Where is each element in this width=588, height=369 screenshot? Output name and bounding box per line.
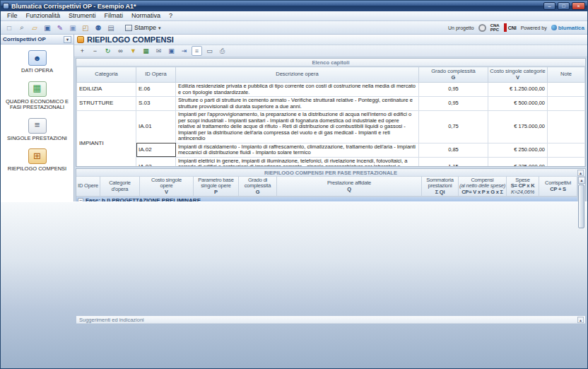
table-row[interactable]: IA.02Impianti di riscaldamento - Impiant… bbox=[77, 143, 585, 157]
save-icon[interactable]: ▣ bbox=[42, 23, 53, 33]
sidebar-item-label: QUADRO ECONOMICO E FASI PRESTAZIONALI bbox=[2, 99, 72, 111]
search-icon[interactable]: ⌕ bbox=[16, 23, 28, 33]
column-header: Categoried'opera bbox=[100, 177, 140, 196]
collapse-all-icon[interactable]: − bbox=[90, 46, 100, 56]
row-view-icon[interactable]: ≡ bbox=[192, 46, 202, 56]
cni-mark-icon bbox=[504, 23, 507, 32]
scroll-up-icon[interactable] bbox=[578, 177, 585, 184]
suggerimenti-title: Suggerimenti ed indicazioni bbox=[79, 317, 144, 323]
filter-icon[interactable]: ▼ bbox=[128, 46, 139, 56]
chevron-down-icon[interactable] bbox=[64, 36, 71, 43]
archive-icon[interactable]: ◰ bbox=[80, 23, 91, 33]
note-cell bbox=[548, 143, 585, 157]
print-icon[interactable]: ⎙ bbox=[217, 46, 228, 56]
table-row[interactable]: IMPIANTIIA.01Impianti per l'approvvigion… bbox=[77, 111, 585, 144]
open-folder-icon[interactable]: ▱ bbox=[29, 23, 40, 33]
minimize-button[interactable] bbox=[543, 2, 555, 10]
chevron-down-icon bbox=[158, 24, 161, 31]
suggerimenti-header: Suggerimenti ed indicazioni bbox=[76, 316, 585, 324]
sidebar-item-quadro[interactable]: ▦QUADRO ECONOMICO E FASI PRESTAZIONALI bbox=[1, 76, 74, 112]
refresh-icon[interactable]: ↻ bbox=[102, 46, 113, 56]
menu-item-funzionalita[interactable]: Funzionalità bbox=[22, 11, 65, 20]
costo-cell: € 250.000,00 bbox=[488, 143, 548, 157]
grado-cell: 0,95 bbox=[419, 83, 488, 97]
id-opera-cell[interactable]: E.06 bbox=[136, 83, 176, 97]
new-document-icon[interactable]: □ bbox=[4, 23, 15, 33]
menu-item-help[interactable]: ? bbox=[165, 11, 177, 20]
grado-cell: 1,15 bbox=[419, 157, 488, 167]
stampe-button[interactable]: Stampe bbox=[121, 23, 165, 33]
column-header: Note bbox=[548, 67, 585, 83]
grado-cell: 0,95 bbox=[419, 97, 488, 111]
mail-icon[interactable]: ✉ bbox=[153, 46, 164, 56]
branding-area: Un progetto CNA PPC CNI Powered by bluma… bbox=[448, 23, 584, 32]
column-header: ID Opere bbox=[76, 177, 100, 196]
vertical-scrollbar[interactable] bbox=[577, 177, 585, 313]
spreadsheet-icon: ▦ bbox=[28, 81, 47, 97]
column-header: Grado complessitàG bbox=[419, 67, 488, 83]
expand-all-icon[interactable]: + bbox=[77, 46, 88, 56]
descrizione-cell: Edilizia residenziale privata e pubblica… bbox=[176, 83, 419, 97]
menu-item-file[interactable]: File bbox=[3, 11, 22, 20]
powered-by-label: Powered by bbox=[521, 25, 547, 30]
page-title-bar: RIEPILOGO COMPENSI bbox=[74, 35, 587, 45]
close-button[interactable] bbox=[572, 2, 585, 10]
collapse-panel-icon[interactable] bbox=[577, 317, 584, 323]
sidebar-item-label: RIEPILOGO COMPENSI bbox=[8, 166, 66, 172]
collapse-panel-icon[interactable] bbox=[577, 170, 584, 176]
emblem-logo bbox=[478, 24, 486, 32]
find-icon[interactable]: ∞ bbox=[115, 46, 126, 56]
export-icon[interactable]: ⇥ bbox=[179, 46, 189, 56]
save-as-icon[interactable]: ▣ bbox=[67, 23, 78, 33]
menu-item-normativa[interactable]: Normativa bbox=[127, 11, 165, 20]
menu-item-strumenti[interactable]: Strumenti bbox=[64, 11, 100, 20]
column-header: Compensi(al netto delle spese)CP= V x P … bbox=[459, 177, 507, 196]
sidebar: Corrispettivi OP ☻DATI OPERA▦QUADRO ECON… bbox=[1, 35, 74, 201]
fasi-caption: RIEPILOGO COMPENSI PER FASE PRESTAZIONAL… bbox=[76, 169, 585, 177]
export-excel-icon[interactable]: ▦ bbox=[141, 46, 151, 56]
un-progetto-label: Un progetto bbox=[448, 25, 474, 30]
sidebar-item-singole[interactable]: ≡SINGOLE PRESTAZIONI bbox=[1, 112, 74, 144]
form-icon bbox=[77, 36, 84, 43]
save-grid-icon[interactable]: ▣ bbox=[166, 46, 177, 56]
column-header: ID Opera bbox=[136, 67, 176, 83]
menu-item-filmati[interactable]: Filmati bbox=[100, 11, 128, 20]
sidebar-item-label: SINGOLE PRESTAZIONI bbox=[7, 136, 67, 142]
status-bar bbox=[1, 201, 587, 369]
scrollbar-track[interactable] bbox=[578, 184, 585, 306]
stampe-label: Stampe bbox=[134, 24, 156, 31]
column-header: Costo singole categorieV bbox=[488, 67, 548, 83]
scrollbar-thumb[interactable] bbox=[578, 184, 584, 228]
note-cell bbox=[548, 111, 585, 144]
categoria-cell: IMPIANTI bbox=[77, 111, 136, 168]
id-opera-cell[interactable]: IA.01 bbox=[136, 111, 176, 144]
grado-cell: 0,75 bbox=[419, 111, 488, 144]
costo-cell: € 500.000,00 bbox=[488, 97, 548, 111]
cni-label: CNI bbox=[508, 25, 517, 30]
edit-icon[interactable]: ✎ bbox=[54, 23, 66, 33]
id-opera-cell[interactable]: IA.02 bbox=[136, 143, 176, 157]
table-row[interactable]: IA.03Impianti elettrici in genere, impia… bbox=[77, 157, 585, 167]
preview-icon[interactable]: ▭ bbox=[204, 46, 215, 56]
table-row[interactable]: STRUTTURES.03Strutture o parti di strutt… bbox=[77, 97, 585, 111]
fasi-caption-label: RIEPILOGO COMPENSI PER FASE PRESTAZIONAL… bbox=[264, 170, 397, 176]
users-icon[interactable]: ⚉ bbox=[93, 23, 104, 33]
grid-toolbar: +−↻∞▼▦✉▣⇥≡▭⎙ bbox=[74, 45, 587, 57]
costo-cell: € 1.250.000,00 bbox=[488, 83, 548, 97]
costo-cell: € 325.000,00 bbox=[488, 157, 548, 167]
report-icon bbox=[125, 25, 132, 31]
sidebar-item-riepilogo[interactable]: ⊞RIEPILOGO COMPENSI bbox=[1, 143, 74, 174]
id-opera-cell[interactable]: IA.03 bbox=[136, 157, 176, 167]
table-row[interactable]: EDILIZIAE.06Edilizia residenziale privat… bbox=[77, 83, 585, 97]
column-header: CorrispettiviCP + S bbox=[539, 177, 577, 196]
descrizione-cell: Impianti di riscaldamento - Impianto di … bbox=[176, 143, 419, 157]
blumatica-dot-icon bbox=[551, 25, 557, 30]
title-bar[interactable]: Blumatica Corrispettivi OP - Esempio A1* bbox=[1, 1, 587, 11]
report-icon[interactable]: ▤ bbox=[105, 23, 117, 33]
capitoli-table: CategoriaID OperaDescrizione operaGrado … bbox=[76, 66, 585, 167]
document-list-icon: ≡ bbox=[28, 118, 47, 134]
sidebar-item-dati[interactable]: ☻DATI OPERA bbox=[1, 45, 74, 76]
id-opera-cell[interactable]: S.03 bbox=[136, 97, 176, 111]
maximize-button[interactable] bbox=[558, 2, 570, 10]
elenco-capitoli-panel: Elenco capitoli CategoriaID OperaDescriz… bbox=[76, 58, 586, 167]
